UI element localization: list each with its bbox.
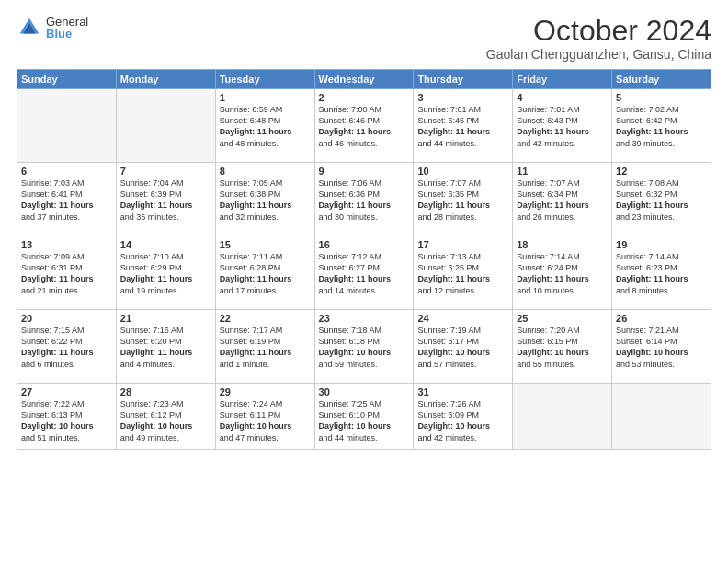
cell-content: Sunrise: 7:08 AMSunset: 6:32 PMDaylight:… xyxy=(616,178,707,223)
day-number: 3 xyxy=(417,92,508,103)
weekday-header: Thursday xyxy=(414,70,513,89)
cell-content: Sunrise: 7:16 AMSunset: 6:20 PMDaylight:… xyxy=(120,325,211,370)
calendar-cell: 5Sunrise: 7:02 AMSunset: 6:42 PMDaylight… xyxy=(612,89,711,163)
day-number: 4 xyxy=(517,92,608,103)
calendar-cell: 17Sunrise: 7:13 AMSunset: 6:25 PMDayligh… xyxy=(414,236,513,310)
cell-content: Sunrise: 7:24 AMSunset: 6:11 PMDaylight:… xyxy=(220,398,311,443)
weekday-header: Wednesday xyxy=(314,70,414,89)
cell-content: Sunrise: 7:01 AMSunset: 6:45 PMDaylight:… xyxy=(417,104,508,149)
day-number: 8 xyxy=(220,166,311,177)
weekday-header: Friday xyxy=(513,70,612,89)
cell-content: Sunrise: 7:25 AMSunset: 6:10 PMDaylight:… xyxy=(319,398,410,443)
calendar-cell: 18Sunrise: 7:14 AMSunset: 6:24 PMDayligh… xyxy=(513,236,612,310)
calendar-cell: 22Sunrise: 7:17 AMSunset: 6:19 PMDayligh… xyxy=(215,310,314,384)
day-number: 20 xyxy=(21,313,112,324)
cell-content: Sunrise: 7:03 AMSunset: 6:41 PMDaylight:… xyxy=(21,178,112,223)
calendar-cell: 11Sunrise: 7:07 AMSunset: 6:34 PMDayligh… xyxy=(513,163,612,236)
calendar-cell: 27Sunrise: 7:22 AMSunset: 6:13 PMDayligh… xyxy=(17,384,117,450)
day-number: 24 xyxy=(417,313,508,324)
calendar-cell: 28Sunrise: 7:23 AMSunset: 6:12 PMDayligh… xyxy=(116,384,215,450)
calendar-table: SundayMondayTuesdayWednesdayThursdayFrid… xyxy=(17,69,711,450)
day-number: 31 xyxy=(417,386,508,397)
cell-content: Sunrise: 7:07 AMSunset: 6:35 PMDaylight:… xyxy=(417,178,508,223)
weekday-header: Saturday xyxy=(612,70,711,89)
title-block: October 2024 Gaolan Chengguanzhen, Gansu… xyxy=(486,15,711,62)
cell-content: Sunrise: 7:15 AMSunset: 6:22 PMDaylight:… xyxy=(21,325,112,370)
day-number: 18 xyxy=(517,239,608,250)
calendar-cell: 10Sunrise: 7:07 AMSunset: 6:35 PMDayligh… xyxy=(414,163,513,236)
day-number: 29 xyxy=(220,386,311,397)
day-number: 17 xyxy=(417,239,508,250)
weekday-header: Sunday xyxy=(17,70,117,89)
calendar-cell: 26Sunrise: 7:21 AMSunset: 6:14 PMDayligh… xyxy=(612,310,711,384)
cell-content: Sunrise: 7:12 AMSunset: 6:27 PMDaylight:… xyxy=(319,251,410,296)
day-number: 23 xyxy=(319,313,410,324)
logo-text: General Blue xyxy=(46,16,88,40)
weekday-header: Tuesday xyxy=(215,70,314,89)
calendar-cell xyxy=(116,89,215,163)
weekday-header-row: SundayMondayTuesdayWednesdayThursdayFrid… xyxy=(17,70,711,89)
day-number: 25 xyxy=(517,313,608,324)
page-header: General Blue October 2024 Gaolan Chenggu… xyxy=(17,15,711,62)
calendar-cell: 1Sunrise: 6:59 AMSunset: 6:48 PMDaylight… xyxy=(215,89,314,163)
calendar-cell: 3Sunrise: 7:01 AMSunset: 6:45 PMDaylight… xyxy=(414,89,513,163)
cell-content: Sunrise: 7:01 AMSunset: 6:43 PMDaylight:… xyxy=(517,104,608,149)
calendar-cell xyxy=(612,384,711,450)
calendar-week-row: 20Sunrise: 7:15 AMSunset: 6:22 PMDayligh… xyxy=(17,310,711,384)
day-number: 22 xyxy=(220,313,311,324)
cell-content: Sunrise: 7:00 AMSunset: 6:46 PMDaylight:… xyxy=(319,104,410,149)
day-number: 14 xyxy=(120,239,211,250)
cell-content: Sunrise: 7:23 AMSunset: 6:12 PMDaylight:… xyxy=(120,398,211,443)
calendar-week-row: 6Sunrise: 7:03 AMSunset: 6:41 PMDaylight… xyxy=(17,163,711,236)
calendar-cell: 2Sunrise: 7:00 AMSunset: 6:46 PMDaylight… xyxy=(314,89,414,163)
calendar-cell: 25Sunrise: 7:20 AMSunset: 6:15 PMDayligh… xyxy=(513,310,612,384)
cell-content: Sunrise: 7:04 AMSunset: 6:39 PMDaylight:… xyxy=(120,178,211,223)
calendar-cell: 19Sunrise: 7:14 AMSunset: 6:23 PMDayligh… xyxy=(612,236,711,310)
cell-content: Sunrise: 7:07 AMSunset: 6:34 PMDaylight:… xyxy=(517,178,608,223)
day-number: 11 xyxy=(517,166,608,177)
day-number: 12 xyxy=(616,166,707,177)
day-number: 2 xyxy=(319,92,410,103)
cell-content: Sunrise: 7:09 AMSunset: 6:31 PMDaylight:… xyxy=(21,251,112,296)
cell-content: Sunrise: 7:05 AMSunset: 6:38 PMDaylight:… xyxy=(220,178,311,223)
calendar-cell: 7Sunrise: 7:04 AMSunset: 6:39 PMDaylight… xyxy=(116,163,215,236)
cell-content: Sunrise: 7:11 AMSunset: 6:28 PMDaylight:… xyxy=(220,251,311,296)
calendar-cell xyxy=(513,384,612,450)
day-number: 9 xyxy=(319,166,410,177)
cell-content: Sunrise: 7:26 AMSunset: 6:09 PMDaylight:… xyxy=(417,398,508,443)
day-number: 13 xyxy=(21,239,112,250)
location-title: Gaolan Chengguanzhen, Gansu, China xyxy=(486,47,711,62)
calendar-cell: 13Sunrise: 7:09 AMSunset: 6:31 PMDayligh… xyxy=(17,236,117,310)
calendar-cell: 6Sunrise: 7:03 AMSunset: 6:41 PMDaylight… xyxy=(17,163,117,236)
cell-content: Sunrise: 7:18 AMSunset: 6:18 PMDaylight:… xyxy=(319,325,410,370)
calendar-page: General Blue October 2024 Gaolan Chenggu… xyxy=(0,0,728,563)
calendar-cell: 21Sunrise: 7:16 AMSunset: 6:20 PMDayligh… xyxy=(116,310,215,384)
day-number: 19 xyxy=(616,239,707,250)
calendar-cell: 24Sunrise: 7:19 AMSunset: 6:17 PMDayligh… xyxy=(414,310,513,384)
day-number: 26 xyxy=(616,313,707,324)
day-number: 7 xyxy=(120,166,211,177)
day-number: 1 xyxy=(220,92,311,103)
cell-content: Sunrise: 7:02 AMSunset: 6:42 PMDaylight:… xyxy=(616,104,707,149)
day-number: 21 xyxy=(120,313,211,324)
cell-content: Sunrise: 7:21 AMSunset: 6:14 PMDaylight:… xyxy=(616,325,707,370)
logo: General Blue xyxy=(17,15,88,40)
day-number: 6 xyxy=(21,166,112,177)
calendar-cell: 31Sunrise: 7:26 AMSunset: 6:09 PMDayligh… xyxy=(414,384,513,450)
day-number: 27 xyxy=(21,386,112,397)
cell-content: Sunrise: 7:22 AMSunset: 6:13 PMDaylight:… xyxy=(21,398,112,443)
logo-blue-text: Blue xyxy=(46,28,88,40)
day-number: 5 xyxy=(616,92,707,103)
month-title: October 2024 xyxy=(486,15,711,47)
cell-content: Sunrise: 7:14 AMSunset: 6:24 PMDaylight:… xyxy=(517,251,608,296)
calendar-cell: 30Sunrise: 7:25 AMSunset: 6:10 PMDayligh… xyxy=(314,384,414,450)
day-number: 30 xyxy=(319,386,410,397)
calendar-week-row: 27Sunrise: 7:22 AMSunset: 6:13 PMDayligh… xyxy=(17,384,711,450)
cell-content: Sunrise: 7:13 AMSunset: 6:25 PMDaylight:… xyxy=(417,251,508,296)
calendar-cell: 9Sunrise: 7:06 AMSunset: 6:36 PMDaylight… xyxy=(314,163,414,236)
day-number: 16 xyxy=(319,239,410,250)
day-number: 15 xyxy=(220,239,311,250)
calendar-cell: 20Sunrise: 7:15 AMSunset: 6:22 PMDayligh… xyxy=(17,310,117,384)
calendar-cell: 29Sunrise: 7:24 AMSunset: 6:11 PMDayligh… xyxy=(215,384,314,450)
calendar-cell: 14Sunrise: 7:10 AMSunset: 6:29 PMDayligh… xyxy=(116,236,215,310)
